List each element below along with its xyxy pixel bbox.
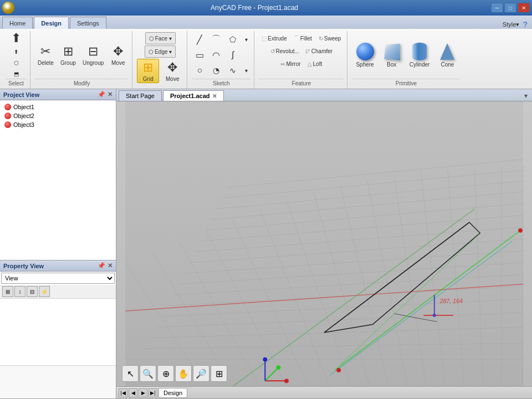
nav-prev-button[interactable]: ◀ <box>129 388 137 397</box>
move-button[interactable]: ✥ Move <box>108 39 129 70</box>
mirror-button[interactable]: ⇔ Mirror <box>278 58 303 70</box>
minimize-button[interactable]: ─ <box>491 3 503 13</box>
ribbon-content: ⬆ ⬆ ⬡ ⬒ Select <box>0 29 532 89</box>
face-dropdown-button[interactable]: ⬡ Face ▾ <box>145 32 176 44</box>
project-pin-icon[interactable]: 📌 <box>98 91 105 98</box>
chamfer-button[interactable]: ◸ Chamfer <box>303 45 335 57</box>
rect-button[interactable]: ▭ <box>192 48 207 62</box>
delete-button[interactable]: ✂ Delete <box>35 39 57 70</box>
zoom-window-button[interactable]: 🔎 <box>193 365 209 382</box>
loft-icon: △ <box>308 61 312 67</box>
select-sub1[interactable]: ⬆ <box>12 47 21 57</box>
arc2-button[interactable]: ◔ <box>208 63 224 78</box>
nav-bar: |◀ ◀ ▶ ▶| Design <box>116 386 532 398</box>
edge-icon: ⬡ <box>149 49 154 55</box>
project-close-icon[interactable]: ✕ <box>108 91 112 98</box>
zoom-fit-button[interactable]: ⊕ <box>157 365 174 382</box>
sweep-button[interactable]: ↻ Sweep <box>316 32 344 44</box>
group-button[interactable]: ⊞ Group <box>58 39 79 70</box>
revolve-button[interactable]: ↺ Revolut... <box>268 45 302 57</box>
sphere-icon <box>356 43 374 60</box>
chamfer-label: Chamfer <box>311 48 332 54</box>
grid-button[interactable]: ⊞ Grid <box>137 59 159 83</box>
ribbon-style[interactable]: Style ▾ ? <box>503 20 532 29</box>
nav-last-button[interactable]: ▶| <box>149 388 157 397</box>
prop-toolbar-lightning-btn[interactable]: ⚡ <box>39 286 50 297</box>
cursor-tool-button[interactable]: ↖ <box>122 365 139 382</box>
close-button[interactable]: ✕ <box>518 3 530 13</box>
move-small-button[interactable]: ✥ Move <box>161 59 183 83</box>
cylinder-button[interactable]: Cylinder <box>406 38 434 71</box>
ungroup-button[interactable]: ⊟ Ungroup <box>80 39 106 70</box>
project-view-title: Project View <box>3 91 39 98</box>
property-close-icon[interactable]: ✕ <box>108 262 112 269</box>
tab-settings[interactable]: Settings <box>70 17 106 29</box>
property-pin-icon[interactable]: 📌 <box>98 262 105 269</box>
prop-toolbar-sort-btn[interactable]: ↕ <box>14 286 25 297</box>
grid-icon: ⊞ <box>143 60 153 75</box>
line-icon: ╱ <box>197 34 202 45</box>
app-icon <box>2 2 14 14</box>
fillet-button[interactable]: ⌒ Fillet <box>291 32 315 44</box>
select-group-label: Select <box>6 79 27 88</box>
box-icon <box>384 43 400 60</box>
zoom-in-button[interactable]: 🔍 <box>140 365 156 382</box>
select-button[interactable]: ⬆ ⬆ ⬡ ⬒ <box>6 39 27 70</box>
property-toolbar: ⊞ ↕ ⊟ ⚡ <box>0 285 116 299</box>
3d-viewport[interactable]: 287, 164 ↖ 🔍 <box>116 101 532 386</box>
edge-dropdown-button[interactable]: ⬡ Edge ▾ <box>145 45 176 58</box>
tree-item-object2[interactable]: Object2 <box>2 111 114 120</box>
svg-point-53 <box>284 378 289 383</box>
app-title: AnyCAD Free - Project1.acad <box>18 4 491 12</box>
select-icon: ⬆ <box>11 31 21 45</box>
project1-tab[interactable]: Project1.acad ✕ <box>163 90 224 101</box>
prop-toolbar-table-btn[interactable]: ⊟ <box>27 286 38 297</box>
select-sub3[interactable]: ⬒ <box>12 69 21 79</box>
nav-first-button[interactable]: |◀ <box>119 388 127 397</box>
loft-button[interactable]: △ Loft <box>305 58 325 70</box>
prop-toolbar-grid-btn[interactable]: ⊞ <box>2 286 13 297</box>
svg-point-47 <box>336 368 341 372</box>
cone-button[interactable]: Cone <box>434 38 460 71</box>
tab-home[interactable]: Home <box>2 17 33 29</box>
more2-button[interactable]: ▾ <box>242 63 250 78</box>
polygon-button[interactable]: ⬠ <box>225 32 241 47</box>
circle-button[interactable]: ○ <box>192 63 207 78</box>
zigzag-button[interactable]: ∿ <box>225 63 241 78</box>
project1-close-icon[interactable]: ✕ <box>212 93 217 99</box>
prop-table-icon: ⊟ <box>30 289 34 295</box>
spline-button[interactable]: ∫ <box>225 48 241 62</box>
move-small-label: Move <box>166 76 179 82</box>
pan-button[interactable]: ✋ <box>175 365 192 382</box>
design-nav-tab[interactable]: Design <box>158 388 187 398</box>
property-view-dropdown[interactable]: View <box>1 273 115 284</box>
more-icon: ▾ <box>245 37 248 43</box>
left-panel: Project View 📌 ✕ Object1 Object2 Object3 <box>0 89 116 398</box>
more-button[interactable]: ▾ <box>242 32 250 47</box>
tab-dropdown-arrow[interactable]: ▾ <box>522 91 530 101</box>
line-button[interactable]: ╱ <box>192 32 207 47</box>
zigzag-icon: ∿ <box>229 66 236 75</box>
start-page-tab[interactable]: Start Page <box>119 90 162 101</box>
delete-label: Delete <box>38 60 54 66</box>
box-button[interactable]: Box <box>379 38 405 71</box>
revolve-label: Revolut... <box>276 48 299 54</box>
nav-next-button[interactable]: ▶ <box>139 388 147 397</box>
tab-design[interactable]: Design <box>34 17 69 29</box>
svg-rect-0 <box>125 101 523 386</box>
tree-item-object3[interactable]: Object3 <box>2 120 114 129</box>
curve-button[interactable]: ⌒ <box>208 32 224 47</box>
extrude-button[interactable]: ⬚ Extrude <box>259 32 289 44</box>
sphere-button[interactable]: Sphere <box>352 38 377 71</box>
object2-label: Object2 <box>13 112 34 119</box>
property-view-header: Property View 📌 ✕ <box>0 260 116 272</box>
zoom-fit-icon: ⊕ <box>162 369 170 379</box>
select-sub2[interactable]: ⬡ <box>12 58 21 68</box>
arc-button[interactable]: ◠ <box>208 48 224 62</box>
ribbon-group-primitive: Sphere Box Cylinder <box>349 31 463 89</box>
tab-bar: Start Page Project1.acad ✕ ▾ <box>116 89 532 101</box>
maximize-button[interactable]: □ <box>504 3 516 13</box>
title-bar: AnyCAD Free - Project1.acad ─ □ ✕ <box>0 0 532 16</box>
tree-item-object1[interactable]: Object1 <box>2 103 114 111</box>
grid-toggle-button[interactable]: ⊞ <box>211 365 227 382</box>
